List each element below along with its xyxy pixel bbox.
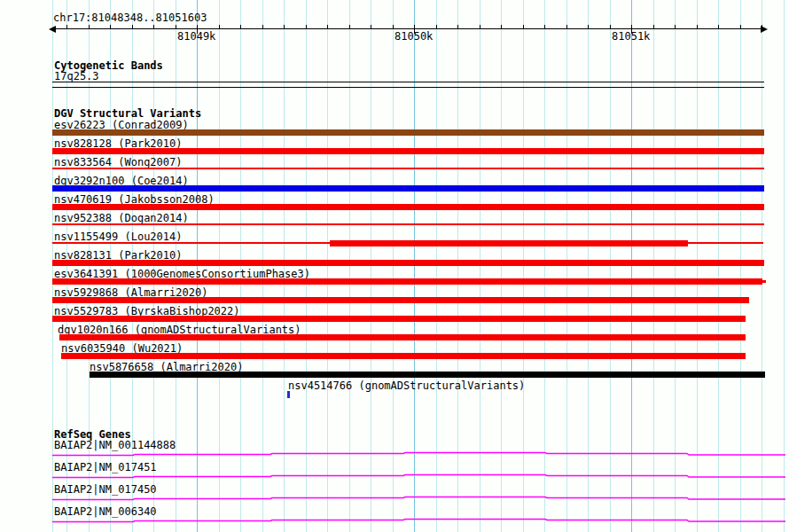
ruler-left-arrow-icon [49,26,56,33]
dgv-section-title: DGV Structural Variants [54,108,201,119]
ruler-tick-minor [110,25,111,28]
ruler-tick-minor [132,25,133,28]
gene-label[interactable]: BAIAP2|NM_006340 [54,506,157,517]
ruler-tick-minor [653,25,654,28]
variant-bar-nsv952388[interactable] [52,223,764,225]
variant-label-nsv4514766[interactable]: nsv4514766 (gnomADStructuralVariants) [288,380,525,391]
ruler-tick-minor [544,25,545,28]
ruler-tick-minor [393,25,394,28]
variant-bar-nsv828131[interactable] [52,260,764,266]
ruler-tick-label: 81051k [612,31,650,42]
ruler-tick-minor [610,25,611,28]
variant-bar-nsv833564[interactable] [52,168,764,169]
gene-label[interactable]: BAIAP2|NM_017450 [54,484,157,495]
variant-bar-esv26223[interactable] [52,129,764,136]
ruler-tick-minor [523,25,524,28]
variant-bar-nsv5529783[interactable] [52,316,746,322]
variant-bar-esv3641391[interactable] [762,280,766,283]
variant-bar-dgv1020n166[interactable] [59,334,746,340]
ruler-tick-minor [436,25,437,28]
ruler-tick-minor [740,25,741,28]
ruler-tick-minor [176,25,176,28]
region-coordinates-label: chr17:81048348..81051603 [53,12,207,23]
cytogenetic-band-box[interactable] [52,82,764,88]
ruler-tick-minor [697,25,698,28]
ruler-tick-minor [89,25,90,28]
ruler-tick-minor [457,25,458,28]
ruler-line [52,28,764,29]
cytogenetic-band-name: 17q25.3 [54,71,99,82]
ruler-tick-minor [306,25,307,28]
variant-bar-nsv6035940[interactable] [61,353,746,359]
variant-bar-nsv5929868[interactable] [52,297,749,303]
ruler-tick-minor [371,25,371,28]
variant-bar-dgv3292n100[interactable] [52,185,764,192]
variant-label-nsv833564[interactable]: nsv833564 (Wong2007) [54,157,183,168]
ruler-tick-minor [675,25,676,28]
variant-bar-esv3641391[interactable] [52,278,762,285]
gene-label[interactable]: BAIAP2|NM_001144888 [54,440,176,450]
ruler-tick-minor [566,25,567,28]
ruler-tick-minor [284,25,285,28]
ruler-tick-minor [327,25,328,28]
genome-browser-view: chr17:81048348..81051603 81049k81050k810… [0,0,789,532]
ruler-tick-minor [588,25,589,28]
variant-label-nsv952388[interactable]: nsv952388 (Dogan2014) [54,213,189,223]
ruler-tick-minor [762,25,762,28]
ruler-tick-label: 81049k [177,31,215,42]
ruler-tick-minor [153,25,154,28]
ruler-tick-minor [718,25,719,28]
gene-line[interactable] [52,495,786,502]
variant-bar-nsv4514766[interactable] [287,391,290,398]
variant-bar-nsv470619[interactable] [52,204,764,210]
variant-bar-nsv828128[interactable] [52,148,764,154]
gene-label[interactable]: BAIAP2|NM_017451 [54,462,157,473]
ruler-tick-minor [501,25,502,28]
variant-label-nsv1155499[interactable]: nsv1155499 (Lou2014) [54,231,183,242]
gene-line[interactable] [52,517,786,524]
variant-bar-nsv1155499[interactable] [330,240,688,246]
gene-line[interactable] [52,473,786,480]
variant-bar-nsv5876658[interactable] [90,372,765,378]
ruler-tick-minor [480,25,480,28]
ruler-tick-label: 81050k [394,31,433,42]
gene-line[interactable] [52,450,786,458]
ruler-tick-minor [262,25,263,28]
ruler-tick-minor [349,25,350,28]
ruler-tick-minor [219,25,220,28]
ruler-tick-minor [66,25,67,28]
ruler-tick-minor [240,25,241,28]
